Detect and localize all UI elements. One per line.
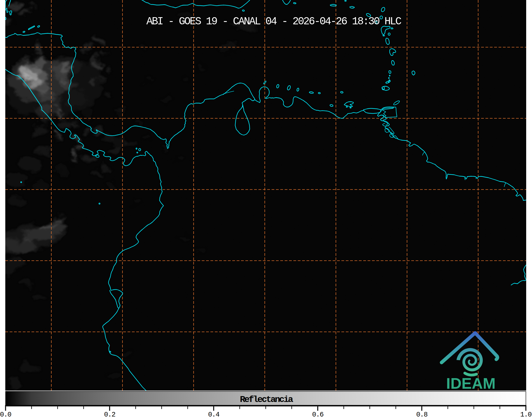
svg-text:IDEAM: IDEAM xyxy=(446,375,496,392)
svg-text:Reflectancia: Reflectancia xyxy=(240,395,293,405)
svg-text:0.8: 0.8 xyxy=(416,411,427,417)
svg-text:0.4: 0.4 xyxy=(208,411,219,417)
svg-text:ABI - GOES 19 - CANAL 04 - 202: ABI - GOES 19 - CANAL 04 - 2026-04-26 18… xyxy=(146,16,401,28)
svg-text:1.0: 1.0 xyxy=(520,411,531,417)
svg-text:0.0: 0.0 xyxy=(0,411,11,417)
svg-text:0.2: 0.2 xyxy=(104,411,115,417)
svg-text:0.6: 0.6 xyxy=(312,411,323,417)
